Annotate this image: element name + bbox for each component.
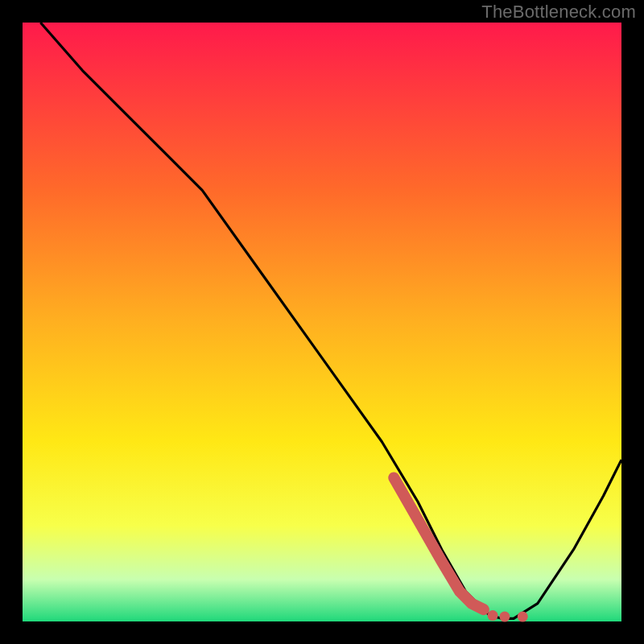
- chart-svg: [0, 0, 644, 644]
- valley-dot: [488, 610, 498, 621]
- valley-dot: [518, 612, 528, 622]
- watermark-label: TheBottleneck.com: [481, 2, 636, 23]
- valley-dot: [499, 612, 510, 622]
- heatmap-background: [23, 23, 621, 621]
- chart-canvas: { "watermark": "TheBottleneck.com", "col…: [0, 0, 644, 644]
